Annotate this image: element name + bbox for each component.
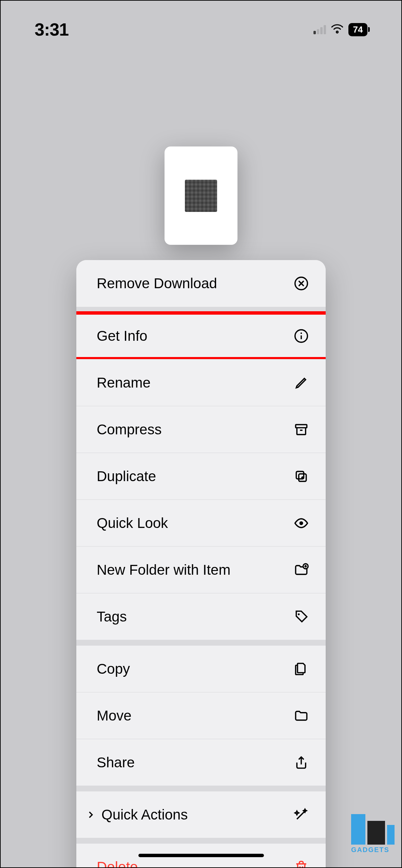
- tags-item[interactable]: Tags: [76, 593, 326, 640]
- share-item[interactable]: Share: [76, 739, 326, 786]
- watermark-logo: GADGETS: [351, 814, 395, 854]
- context-menu: Remove Download Get Info Rename Compress…: [76, 260, 326, 868]
- file-thumbnail-card[interactable]: [165, 146, 237, 245]
- folder-plus-icon: [293, 562, 309, 578]
- menu-label: Delete: [97, 859, 293, 868]
- svg-point-2: [301, 332, 302, 334]
- archive-icon: [293, 421, 309, 438]
- menu-label: Tags: [97, 609, 293, 625]
- menu-label: Copy: [97, 661, 293, 677]
- menu-label: Quick Actions: [101, 807, 293, 823]
- menu-label: Compress: [97, 421, 293, 438]
- menu-label: Quick Look: [97, 515, 293, 531]
- battery-indicator: 74: [348, 23, 367, 36]
- rename-item[interactable]: Rename: [76, 359, 326, 406]
- remove-download-icon: [293, 275, 309, 292]
- duplicate-item[interactable]: Duplicate: [76, 453, 326, 499]
- watermark-text: GADGETS: [351, 846, 395, 854]
- duplicate-icon: [293, 468, 309, 485]
- file-preview: [1, 146, 401, 245]
- move-item[interactable]: Move: [76, 692, 326, 739]
- chevron-right-icon: [86, 810, 97, 820]
- menu-label: Move: [97, 708, 293, 724]
- file-thumbnail-image: [185, 180, 217, 212]
- eye-icon: [293, 515, 309, 531]
- magic-wand-icon: [293, 807, 309, 823]
- svg-rect-3: [296, 425, 307, 428]
- menu-label: Get Info: [97, 328, 293, 344]
- cellular-signal-icon: [313, 25, 326, 34]
- status-indicators: 74: [313, 23, 367, 36]
- menu-label: Remove Download: [97, 275, 293, 292]
- share-icon: [293, 754, 309, 771]
- menu-separator: [76, 640, 326, 645]
- compress-item[interactable]: Compress: [76, 406, 326, 453]
- new-folder-item[interactable]: New Folder with Item: [76, 546, 326, 593]
- quick-actions-item[interactable]: Quick Actions: [76, 791, 326, 838]
- copy-item[interactable]: Copy: [76, 645, 326, 692]
- status-bar: 3:31 74: [1, 1, 401, 41]
- menu-label: New Folder with Item: [97, 562, 293, 578]
- wifi-icon: [331, 24, 344, 35]
- remove-download-item[interactable]: Remove Download: [76, 260, 326, 307]
- get-info-item[interactable]: Get Info: [76, 312, 326, 359]
- status-time: 3:31: [35, 19, 69, 40]
- folder-icon: [293, 708, 309, 724]
- menu-label: Duplicate: [97, 468, 293, 485]
- svg-point-8: [298, 613, 300, 615]
- pencil-icon: [293, 375, 309, 391]
- quick-look-item[interactable]: Quick Look: [76, 499, 326, 546]
- trash-icon: [293, 859, 309, 868]
- menu-separator: [76, 307, 326, 312]
- info-icon: [293, 328, 309, 344]
- menu-separator: [76, 786, 326, 791]
- home-indicator[interactable]: [138, 854, 264, 857]
- tag-icon: [293, 609, 309, 625]
- menu-label: Rename: [97, 375, 293, 391]
- copy-icon: [293, 661, 309, 677]
- menu-label: Share: [97, 754, 293, 771]
- svg-point-6: [300, 521, 303, 525]
- menu-separator: [76, 838, 326, 843]
